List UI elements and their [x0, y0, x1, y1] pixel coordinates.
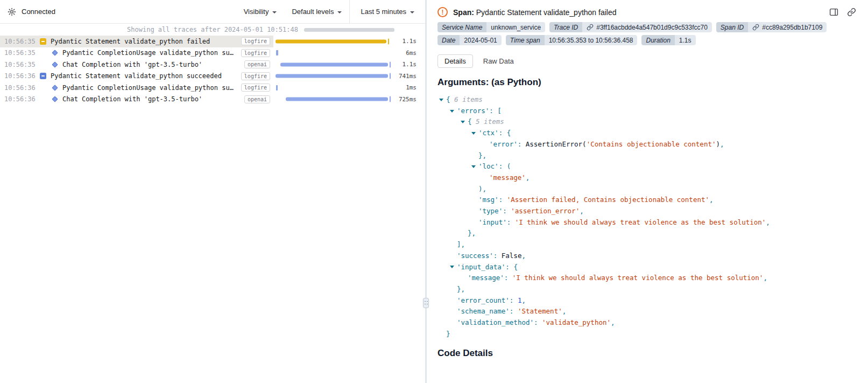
panel-divider: [425, 0, 427, 383]
time-range-dropdown[interactable]: Last 5 minutes: [349, 0, 425, 23]
diamond-icon[interactable]: [52, 85, 58, 90]
code-token: ,: [580, 206, 584, 217]
default-levels-label: Default levels: [292, 8, 334, 16]
code-token: 'I think we should always treat violence…: [512, 273, 764, 284]
diamond-icon[interactable]: [52, 50, 58, 56]
timeline-minimap: [304, 28, 394, 32]
trace-row[interactable]: 10:56:36 Pydantic Statement validate_pyt…: [0, 71, 425, 82]
code-token: 'input_data': [457, 262, 505, 273]
code-token: :: [510, 306, 518, 317]
trace-duration: 741ms: [393, 73, 425, 80]
trace-row[interactable]: 10:56:35 Pydantic CompletionUsage valida…: [0, 47, 425, 59]
collapse-chevron-icon[interactable]: [450, 266, 454, 268]
trace-row-left: 10:56:35 Pydantic Statement validate_pyt…: [0, 36, 273, 47]
meta-badge-value-text: 10:56:35.353 to 10:56:36.458: [549, 37, 633, 44]
code-token: [: [497, 106, 502, 117]
span-detail-panel: ! Span: Pydantic Statement validate_pyth…: [427, 0, 868, 383]
collapse-chevron-icon[interactable]: [450, 110, 454, 113]
duration-bar: [276, 50, 278, 55]
meta-badge-value-text: 1.1s: [679, 37, 691, 44]
trace-label: Chat Completion with 'gpt-3.5-turbo': [62, 61, 202, 68]
code-token: :: [499, 194, 507, 206]
code-token: ,: [766, 217, 770, 228]
trace-time: 10:56:35: [4, 38, 36, 45]
info-icon[interactable]: [40, 73, 46, 79]
duration-bar: [286, 98, 387, 101]
code-token: ,: [521, 250, 526, 262]
code-token: 'Assertion failed, Contains objectionabl…: [507, 194, 709, 206]
code-line: 'input_data': {: [437, 262, 857, 273]
trace-row-left: 10:56:36 Pydantic Statement validate_pyt…: [0, 71, 273, 82]
meta-badge-label: Trace ID: [549, 22, 582, 32]
meta-badge-label: Date: [437, 35, 460, 45]
code-token: :: [518, 139, 526, 150]
link-icon: [587, 24, 594, 31]
code-token: :: [510, 295, 518, 307]
code-token: 'I think we should always treat violence…: [515, 217, 766, 228]
code-token: 'message': [489, 172, 526, 184]
open-panel-icon[interactable]: [829, 8, 838, 17]
chevron-down-icon: [410, 11, 414, 13]
collapse-chevron-icon[interactable]: [461, 121, 465, 123]
code-indent: [437, 132, 478, 135]
collapse-chevron-icon[interactable]: [439, 99, 443, 101]
trace-list: 10:56:35 Pydantic Statement validate_pyt…: [0, 36, 425, 383]
trace-duration: 1ms: [393, 84, 425, 91]
default-levels-dropdown[interactable]: Default levels: [284, 0, 349, 23]
code-token: 'msg': [478, 194, 499, 206]
warning-icon[interactable]: [40, 38, 46, 45]
app: Connected Visibility Default levels Last…: [0, 0, 868, 383]
trace-row[interactable]: 10:56:35 Pydantic Statement validate_pyt…: [0, 36, 425, 47]
duration-bar: [276, 39, 386, 43]
diamond-icon[interactable]: [52, 61, 58, 67]
trace-time: 10:56:35: [4, 49, 36, 57]
code-line: 'error': AssertionError('Contains object…: [437, 139, 857, 150]
code-line: 'type': 'assertion_error',: [437, 206, 857, 217]
code-token: ),: [478, 184, 486, 195]
code-line: ],: [437, 239, 857, 250]
code-token: ,: [562, 306, 567, 317]
visibility-dropdown[interactable]: Visibility: [236, 0, 285, 23]
trace-tag-badge: logfire: [241, 37, 270, 45]
copy-link-icon[interactable]: [847, 8, 856, 17]
trace-timeline: [276, 59, 391, 71]
trace-row[interactable]: 10:56:36 Pydantic CompletionUsage valida…: [0, 82, 425, 94]
meta-badge-value-text: unknown_service: [491, 24, 541, 31]
span-kind-label: Span:: [453, 8, 474, 17]
panel-resize-handle[interactable]: [423, 298, 429, 308]
collapse-chevron-icon[interactable]: [471, 165, 476, 168]
code-indent: [437, 121, 468, 123]
code-line: },: [437, 284, 857, 295]
meta-badge-label: Duration: [641, 35, 674, 45]
code-token: 'input': [478, 217, 507, 228]
settings-icon[interactable]: [8, 8, 16, 16]
meta-badge-value-text: #cc89a295db1b7109: [762, 24, 822, 31]
tab-details[interactable]: Details: [437, 54, 473, 68]
span-header: ! Span: Pydantic Statement validate_pyth…: [427, 0, 868, 22]
code-token: :: [507, 217, 515, 228]
code-token: ,: [709, 194, 714, 206]
chevron-down-icon: [272, 11, 277, 13]
trace-time: 10:56:36: [4, 72, 36, 80]
trace-time: 10:56:35: [4, 61, 36, 68]
trace-row[interactable]: 10:56:35 Chat Completion with 'gpt-3.5-t…: [0, 59, 425, 71]
code-token: {: [513, 262, 518, 273]
trace-row[interactable]: 10:56:36 Chat Completion with 'gpt-3.5-t…: [0, 94, 425, 106]
traces-toolbar: Connected Visibility Default levels Last…: [0, 0, 425, 24]
code-token: 5 items: [476, 116, 504, 128]
code-token: :: [534, 317, 542, 329]
code-token: 'schema_name': [457, 306, 510, 317]
meta-badge: Time span 10:56:35.353 to 10:56:36.458: [506, 35, 638, 45]
collapse-chevron-icon[interactable]: [471, 132, 476, 135]
tab-raw-data[interactable]: Raw Data: [476, 54, 521, 68]
meta-badge-value: #3ff16acbdde4a547b01d9c9c533fcc70: [582, 22, 712, 32]
trace-row-left: 10:56:36 Pydantic CompletionUsage valida…: [0, 82, 273, 94]
trace-timeline: [276, 82, 391, 94]
diamond-icon[interactable]: [52, 96, 58, 102]
code-token: 'assertion_error': [511, 206, 580, 217]
traces-status-row: Showing all traces after 2024-05-01 10:5…: [0, 24, 425, 36]
code-token: 'ctx': [478, 128, 499, 139]
meta-badge-label: Time span: [506, 35, 545, 45]
code-token: 'validate_python': [542, 317, 611, 329]
code-token: ,: [526, 172, 530, 184]
